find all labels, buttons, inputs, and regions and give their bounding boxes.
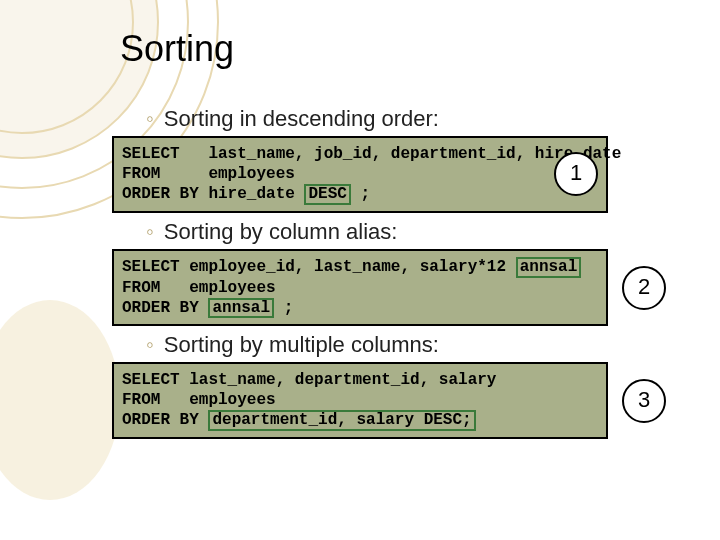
bullet-marker: ◦ [146, 106, 154, 131]
highlight-multi-cols: department_id, salary DESC; [208, 410, 475, 431]
bullet-text: Sorting by column alias: [164, 219, 398, 244]
code-block-1: SELECT last_name, job_id, department_id,… [112, 136, 608, 213]
code-line: FROM employees [122, 165, 295, 183]
code-line: ORDER BY hire_date [122, 185, 304, 203]
code-line: ; [274, 299, 293, 317]
bullet-desc-order: ◦Sorting in descending order: [146, 106, 680, 132]
code-line: SELECT last_name, department_id, salary [122, 371, 496, 389]
slide: Sorting ◦Sorting in descending order: SE… [0, 0, 720, 540]
page-title: Sorting [120, 28, 680, 70]
code-line: FROM employees [122, 279, 276, 297]
step-badge-1: 1 [554, 152, 598, 196]
step-badge-3: 3 [622, 379, 666, 423]
bullet-marker: ◦ [146, 332, 154, 357]
code-line: SELECT last_name, job_id, department_id,… [122, 145, 621, 163]
highlight-alias-def: annsal [516, 257, 582, 278]
code-block-3: SELECT last_name, department_id, salary … [112, 362, 608, 439]
code-line: SELECT employee_id, last_name, salary*12 [122, 258, 516, 276]
code-block-2: SELECT employee_id, last_name, salary*12… [112, 249, 608, 327]
bullet-multi-columns: ◦Sorting by multiple columns: [146, 332, 680, 358]
bullet-column-alias: ◦Sorting by column alias: [146, 219, 680, 245]
code-line: ORDER BY [122, 299, 208, 317]
bullet-text: Sorting by multiple columns: [164, 332, 439, 357]
highlight-alias-ref: annsal [208, 298, 274, 319]
code-line: ; [351, 185, 370, 203]
step-badge-2: 2 [622, 266, 666, 310]
bullet-marker: ◦ [146, 219, 154, 244]
code-line: ORDER BY [122, 411, 208, 429]
bullet-text: Sorting in descending order: [164, 106, 439, 131]
code-line: FROM employees [122, 391, 276, 409]
highlight-desc: DESC [304, 184, 350, 205]
